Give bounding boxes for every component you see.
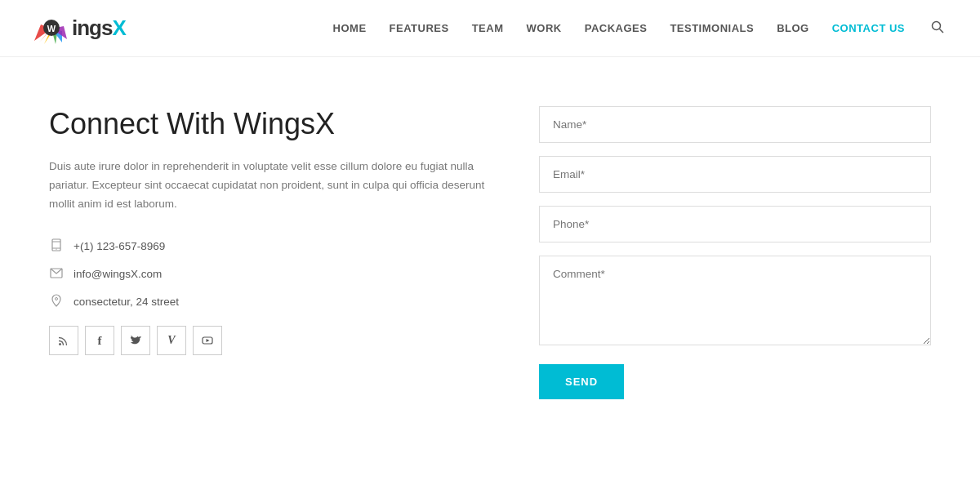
email-value: info@wingsX.com: [74, 268, 162, 280]
phone-item: +(1) 123-657-8969: [49, 238, 490, 254]
svg-point-13: [56, 249, 56, 250]
contact-info-panel: Connect With WingsX Duis aute irure dolo…: [49, 106, 490, 355]
svg-marker-18: [207, 339, 210, 342]
nav-home[interactable]: HOME: [333, 22, 367, 34]
email-field-wrapper: [539, 156, 931, 193]
phone-field-wrapper: [539, 206, 931, 242]
address-value: consectetur, 24 street: [74, 296, 179, 308]
nav-testimonials[interactable]: TESTIMONIALS: [670, 22, 754, 34]
nav-contact-us[interactable]: CONTACT US: [832, 22, 905, 34]
page-heading: Connect With WingsX: [49, 106, 490, 141]
svg-point-16: [59, 343, 61, 345]
email-input[interactable]: [539, 156, 931, 193]
email-item: info@wingsX.com: [49, 267, 490, 281]
nav-features[interactable]: FEATURES: [390, 22, 449, 34]
page-description: Duis aute irure dolor in reprehenderit i…: [49, 158, 490, 214]
comment-textarea[interactable]: [539, 256, 931, 345]
name-field-wrapper: [539, 106, 931, 143]
name-input[interactable]: [539, 106, 931, 143]
address-item: consectetur, 24 street: [49, 294, 490, 309]
logo-wordmark: ingsX: [72, 16, 126, 41]
social-vimeo-button[interactable]: V: [157, 326, 186, 355]
email-icon: [49, 267, 64, 281]
svg-point-15: [56, 298, 58, 300]
social-youtube-button[interactable]: [193, 326, 222, 355]
rss-icon: [58, 335, 69, 346]
nav-team[interactable]: TEAM: [472, 22, 504, 34]
address-icon: [49, 294, 64, 309]
social-rss-button[interactable]: [49, 326, 78, 355]
svg-line-9: [940, 29, 944, 33]
search-button[interactable]: [928, 17, 947, 40]
phone-icon: [49, 238, 64, 254]
site-header: W ingsX HOME FEATURES TEAM WORK PACKAGES…: [0, 0, 980, 57]
youtube-icon: [202, 336, 213, 345]
search-icon: [931, 20, 944, 33]
logo-icon: W: [33, 10, 70, 47]
phone-value: +(1) 123-657-8969: [74, 240, 165, 252]
twitter-icon: [130, 336, 142, 346]
facebook-icon: f: [98, 334, 102, 348]
contact-form-panel: SEND: [539, 106, 931, 399]
logo[interactable]: W ingsX: [33, 10, 126, 47]
social-twitter-button[interactable]: [121, 326, 150, 355]
vimeo-icon: V: [167, 334, 175, 347]
page-content: Connect With WingsX Duis aute irure dolo…: [16, 57, 964, 448]
contact-details: +(1) 123-657-8969 info@wingsX.com: [49, 238, 490, 309]
svg-text:W: W: [47, 24, 56, 33]
comment-field-wrapper: [539, 256, 931, 348]
send-button[interactable]: SEND: [539, 364, 624, 399]
phone-input[interactable]: [539, 206, 931, 242]
social-links: f V: [49, 326, 490, 355]
svg-point-8: [933, 21, 941, 29]
social-facebook-button[interactable]: f: [85, 326, 114, 355]
main-nav: HOME FEATURES TEAM WORK PACKAGES TESTIMO…: [333, 17, 947, 40]
nav-blog[interactable]: BLOG: [777, 22, 809, 34]
nav-packages[interactable]: PACKAGES: [585, 22, 648, 34]
nav-work[interactable]: WORK: [527, 22, 562, 34]
